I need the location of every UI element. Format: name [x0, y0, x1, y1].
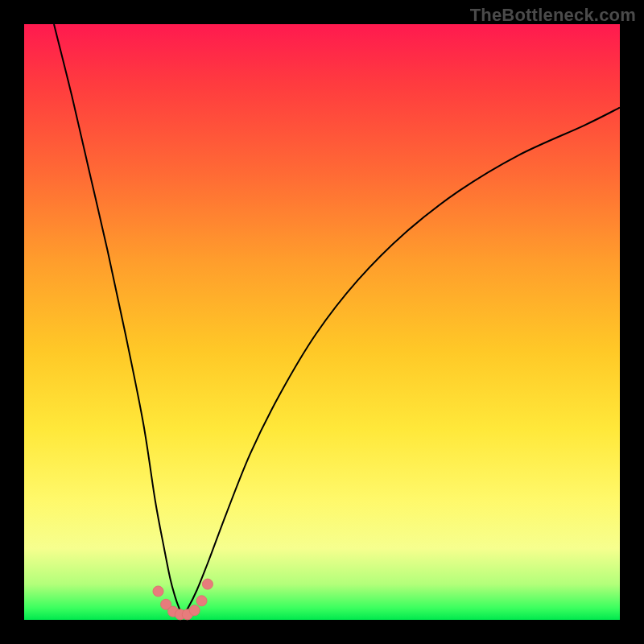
highlight-dot [196, 596, 207, 606]
chart-frame [24, 24, 620, 620]
chart-svg [24, 24, 620, 620]
highlight-dot [153, 586, 163, 597]
highlight-dot [202, 579, 213, 589]
watermark-text: TheBottleneck.com [470, 5, 636, 26]
curve-left [54, 24, 183, 615]
curve-right [183, 108, 620, 615]
highlight-dot [189, 605, 200, 616]
highlight-dots [153, 579, 213, 620]
